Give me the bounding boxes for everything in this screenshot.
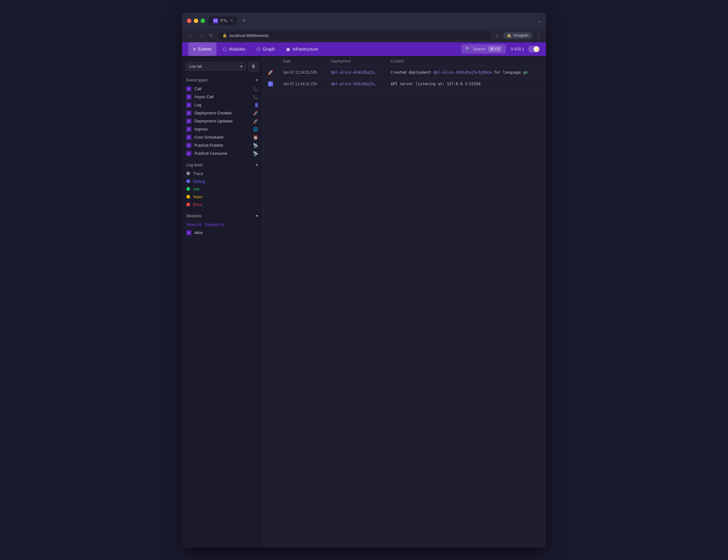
info-badge-icon: i — [268, 81, 273, 86]
version-label: 0.420.1 — [511, 47, 524, 51]
module-alice[interactable]: alice — [182, 229, 263, 237]
theme-toggle-knob: 🌙 — [533, 46, 539, 52]
deployment-updated-checkbox[interactable] — [186, 119, 191, 124]
debug-dot — [186, 179, 190, 183]
deployment-created-icon: 🚀 — [253, 111, 258, 116]
modules-section[interactable]: Modules ▾ — [182, 211, 263, 221]
call-icon: 📞 — [253, 86, 258, 91]
incognito-label: Incognito — [513, 33, 529, 38]
new-tab-button[interactable]: + — [240, 17, 248, 25]
events-label: Events — [198, 47, 212, 52]
deployment-created-label: Deployment Created — [195, 111, 231, 115]
events-icon: ≡ — [193, 47, 196, 52]
tab-close-button[interactable]: ✕ — [230, 19, 233, 23]
browser-window: FT FTL ✕ + ⌄ ← → ↻ 🔒 localhost:8899/even… — [182, 13, 546, 548]
cron-scheduled-checkbox[interactable] — [186, 135, 191, 140]
async-call-checkbox[interactable] — [186, 94, 191, 99]
browser-titlebar: FT FTL ✕ + ⌄ — [182, 13, 546, 29]
event-types-section[interactable]: Event types ▾ — [182, 75, 263, 85]
ingress-checkbox[interactable] — [186, 127, 191, 132]
nav-item-events[interactable]: ≡ Events — [188, 42, 217, 56]
deployment-cell[interactable]: dpl-alice-424id5aj5… — [326, 78, 386, 90]
pause-icon: ⏸ — [251, 64, 256, 69]
expand-icon: ⌄ — [537, 18, 541, 24]
bookmark-icon[interactable]: ☆ — [495, 33, 499, 39]
back-button[interactable]: ← — [187, 32, 194, 39]
theme-toggle[interactable]: 🌙 — [528, 46, 540, 53]
live-tail-select[interactable]: Live tail ▾ — [186, 62, 246, 71]
nav-item-modules[interactable]: ⬡ Modules — [218, 42, 250, 56]
pubsub-publish-icon: 📡 — [253, 143, 258, 148]
log-level-section[interactable]: Log level ▾ — [182, 160, 263, 170]
content-cell: API server listening at: 127.0.0.1:51559 — [386, 78, 546, 90]
sidebar: Live tail ▾ ⏸ Event types ▾ Call 📞 Async… — [182, 56, 263, 548]
modules-nav-label: Modules — [229, 47, 245, 52]
alice-checkbox[interactable] — [186, 230, 191, 235]
reload-button[interactable]: ↻ — [208, 32, 214, 39]
log-icon: i — [255, 103, 258, 107]
filter-pubsub-publish[interactable]: PubSub Publish 📡 — [182, 141, 263, 149]
search-shortcut: ⌘ + K — [488, 46, 501, 52]
chevron-down-icon: ▾ — [240, 64, 242, 69]
filter-pubsub-consume[interactable]: PubSub Consume 📡 — [182, 149, 263, 158]
filter-ingress[interactable]: Ingress 🌐 — [182, 125, 263, 133]
filter-async-call[interactable]: Async Call 📞 — [182, 93, 263, 101]
app-navbar: ≡ Events ⬡ Modules ⬡ Graph ▣ Infrastruct… — [182, 42, 546, 56]
log-level-trace[interactable]: Trace — [182, 170, 263, 177]
select-all-link[interactable]: Select All — [186, 223, 202, 227]
infrastructure-label: Infrastructure — [293, 47, 318, 52]
browser-menu-button[interactable]: ⋮ — [536, 33, 541, 39]
pubsub-publish-checkbox[interactable] — [186, 143, 191, 148]
log-level-warn[interactable]: Warn — [182, 193, 263, 201]
table-row[interactable]: 🚀Jan 07 11:24:31.535dpl-alice-424id5aj5…… — [263, 67, 546, 78]
sidebar-toolbar: Live tail ▾ ⏸ — [182, 60, 263, 75]
debug-label: Debug — [193, 179, 205, 184]
modules-nav-icon: ⬡ — [223, 47, 227, 52]
event-types-label: Event types — [186, 78, 208, 82]
error-dot — [186, 203, 190, 206]
close-button[interactable] — [187, 19, 191, 23]
pubsub-consume-checkbox[interactable] — [186, 151, 191, 156]
nav-item-infrastructure[interactable]: ▣ Infrastructure — [281, 42, 323, 56]
incognito-icon: 🕵 — [507, 33, 511, 38]
url-bar[interactable]: 🔒 localhost:8899/events — [218, 31, 491, 40]
deployment-created-checkbox[interactable] — [186, 111, 191, 116]
filter-deployment-updated[interactable]: Deployment Updated 🚀 — [182, 117, 263, 125]
async-call-icon: 📞 — [253, 94, 258, 99]
filter-call[interactable]: Call 📞 — [182, 85, 263, 93]
filter-log[interactable]: Log i — [182, 101, 263, 109]
date-cell: Jan 07 11:24:31.535 — [278, 67, 326, 78]
tab-bar: FT FTL ✕ + — [209, 16, 533, 25]
rocket-icon: 🚀 — [268, 70, 273, 75]
minimize-button[interactable] — [194, 19, 198, 23]
modules-label: Modules — [186, 213, 202, 218]
trace-dot — [186, 172, 190, 175]
cron-scheduled-icon: ⏰ — [253, 135, 258, 140]
date-cell: Jan 07 11:24:31.234 — [278, 78, 326, 90]
log-level-debug[interactable]: Debug — [182, 177, 263, 185]
traffic-lights — [187, 19, 205, 23]
graph-icon: ⬡ — [257, 47, 260, 52]
warn-dot — [186, 195, 190, 199]
pause-button[interactable]: ⏸ — [248, 62, 259, 71]
active-tab[interactable]: FT FTL ✕ — [209, 16, 237, 25]
info-dot — [186, 187, 190, 191]
call-checkbox[interactable] — [186, 86, 191, 91]
row-icon-cell: i — [263, 78, 278, 90]
search-button[interactable]: 🔍 Search ⌘ + K — [461, 44, 506, 54]
filter-deployment-created[interactable]: Deployment Created 🚀 — [182, 109, 263, 117]
log-checkbox[interactable] — [186, 103, 191, 108]
content-cell: Created deployment dpl-alice-424id5aj5v3… — [386, 67, 546, 78]
filter-cron-scheduled[interactable]: Cron Scheduled ⏰ — [182, 133, 263, 141]
deselect-all-link[interactable]: Deselect All — [205, 223, 224, 227]
ingress-icon: 🌐 — [253, 127, 258, 132]
table-row[interactable]: iJan 07 11:24:31.234dpl-alice-424id5aj5…… — [263, 78, 546, 90]
log-level-error[interactable]: Error — [182, 201, 263, 209]
trace-label: Trace — [193, 171, 204, 176]
incognito-button[interactable]: 🕵 Incognito — [503, 32, 532, 39]
deployment-cell[interactable]: dpl-alice-424id5aj5… — [326, 67, 386, 78]
nav-item-graph[interactable]: ⬡ Graph — [252, 42, 280, 56]
forward-button[interactable]: → — [198, 32, 204, 39]
maximize-button[interactable] — [201, 19, 205, 23]
log-level-info[interactable]: Info — [182, 185, 263, 193]
